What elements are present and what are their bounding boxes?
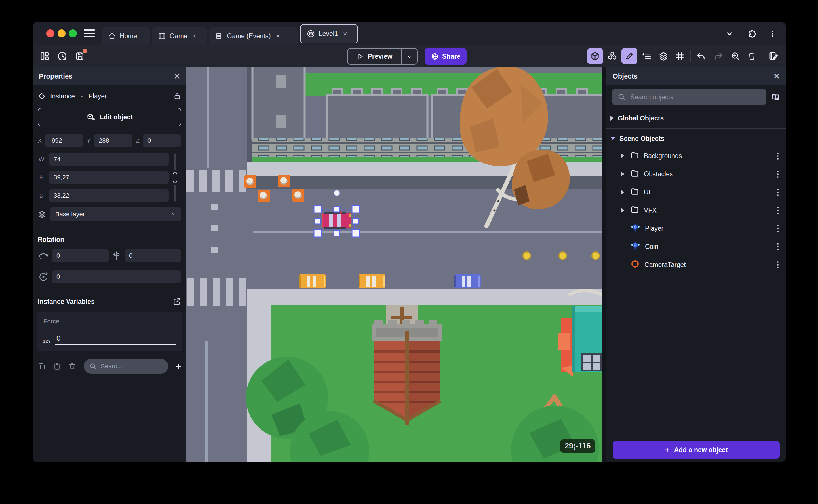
undo-icon[interactable] bbox=[693, 48, 709, 64]
grid-icon[interactable] bbox=[672, 48, 688, 64]
search-placeholder: Search objects bbox=[630, 93, 673, 101]
main-menu-icon[interactable] bbox=[84, 29, 95, 38]
global-objects-group[interactable]: Global Objects bbox=[606, 111, 786, 125]
layers-icon[interactable] bbox=[656, 48, 671, 64]
rotation-y-field[interactable]: 0 bbox=[124, 249, 181, 262]
rotation-handle[interactable] bbox=[334, 190, 339, 196]
editor-content: Properties ✕ Instance - Player 3D Edit o… bbox=[33, 67, 786, 462]
folder-icon bbox=[630, 187, 639, 198]
kebab-menu-icon[interactable] bbox=[775, 260, 780, 270]
preview-label: Preview bbox=[368, 53, 392, 60]
edit-object-button[interactable]: 3D Edit object bbox=[38, 108, 181, 126]
object-tree-item[interactable]: Backgrounds bbox=[606, 147, 786, 165]
preview-options-dropdown[interactable] bbox=[401, 49, 417, 64]
link-dimensions-icon[interactable] bbox=[171, 153, 179, 202]
scene-objects-group[interactable]: Scene Objects bbox=[606, 132, 786, 146]
extensions-icon[interactable] bbox=[747, 28, 758, 39]
close-properties-icon[interactable]: ✕ bbox=[174, 72, 180, 81]
group-label: Scene Objects bbox=[620, 135, 665, 143]
home-icon bbox=[108, 32, 116, 40]
paste-icon[interactable] bbox=[53, 362, 61, 370]
scene-cube-icon bbox=[307, 30, 315, 38]
variable-value-field[interactable]: 0 bbox=[55, 334, 176, 345]
width-field[interactable]: 74 bbox=[49, 153, 169, 166]
kebab-menu-icon[interactable] bbox=[775, 151, 780, 161]
height-field[interactable]: 39,27 bbox=[49, 171, 169, 184]
redo-icon[interactable] bbox=[711, 48, 727, 64]
tab-game-events[interactable]: Game (Events) × bbox=[209, 27, 298, 45]
object-tree-item[interactable]: UI bbox=[606, 183, 786, 201]
scene-editor-canvas[interactable]: 29;-116 bbox=[186, 67, 602, 462]
close-window-button[interactable] bbox=[46, 29, 54, 37]
x-field[interactable]: -992 bbox=[45, 134, 83, 147]
rotation-x-field[interactable]: 0 bbox=[52, 249, 109, 262]
folder-icon bbox=[630, 169, 639, 179]
layer-select[interactable]: Base layer bbox=[50, 207, 181, 221]
save-icon[interactable] bbox=[72, 48, 88, 64]
tab-close-icon[interactable]: × bbox=[343, 30, 347, 38]
preview-button[interactable]: Preview bbox=[348, 49, 401, 64]
yellow-car-instance[interactable] bbox=[299, 274, 326, 288]
tab-home[interactable]: Home bbox=[102, 27, 150, 45]
rotation-z-field[interactable]: 0 bbox=[52, 270, 181, 283]
selected-player-instance[interactable] bbox=[322, 211, 351, 229]
object-tree-item[interactable]: Coin bbox=[606, 238, 786, 256]
y-field[interactable]: 288 bbox=[94, 134, 132, 147]
tab-game[interactable]: Game × bbox=[152, 27, 207, 45]
share-button[interactable]: Share bbox=[425, 48, 467, 65]
z-field[interactable]: 0 bbox=[143, 134, 181, 147]
browser-menu-icon[interactable] bbox=[767, 28, 778, 39]
add-object-label: Add a new object bbox=[674, 446, 728, 454]
yellow-car-instance[interactable] bbox=[358, 274, 385, 288]
kebab-menu-icon[interactable] bbox=[775, 205, 780, 216]
layout-panels-icon[interactable] bbox=[37, 48, 52, 64]
view-3d-icon[interactable] bbox=[587, 48, 603, 64]
trash-icon[interactable] bbox=[68, 362, 76, 370]
maximize-window-button[interactable] bbox=[69, 29, 77, 37]
object-tree-item[interactable]: Player bbox=[606, 219, 786, 238]
kebab-menu-icon[interactable] bbox=[775, 187, 780, 198]
variables-search-input[interactable]: Searc... bbox=[84, 359, 168, 374]
open-in-new-icon[interactable] bbox=[173, 297, 181, 306]
zoom-in-icon[interactable] bbox=[728, 48, 743, 64]
variable-name[interactable]: Force bbox=[43, 317, 176, 329]
collapse-tabs-icon[interactable] bbox=[724, 28, 735, 39]
chevron-right-icon bbox=[610, 116, 614, 121]
objects-search-input[interactable]: Search objects bbox=[612, 89, 766, 105]
tower-obstacle[interactable] bbox=[371, 305, 443, 425]
kebab-menu-icon[interactable] bbox=[775, 223, 780, 234]
copy-icon[interactable] bbox=[38, 362, 46, 370]
preview-split-button: Preview bbox=[347, 48, 418, 65]
tab-close-icon[interactable]: × bbox=[276, 32, 280, 40]
depth-field[interactable]: 33,22 bbox=[49, 189, 169, 202]
expand-chevron-icon[interactable] bbox=[620, 171, 626, 177]
object-tree-item[interactable]: CameraTarget bbox=[606, 256, 786, 274]
number-type-badge: 123 bbox=[43, 339, 51, 345]
tab-level1[interactable]: Level1 × bbox=[300, 24, 358, 43]
tab-close-icon[interactable]: × bbox=[193, 32, 196, 40]
add-object-button[interactable]: + Add a new object bbox=[613, 441, 780, 459]
version-history-icon[interactable] bbox=[54, 48, 70, 64]
instances-list-icon[interactable] bbox=[639, 48, 655, 64]
edit-mode-pencil-icon[interactable] bbox=[622, 48, 637, 64]
expand-chevron-icon[interactable] bbox=[620, 190, 626, 195]
minimize-window-button[interactable] bbox=[58, 29, 65, 37]
kebab-menu-icon[interactable] bbox=[775, 169, 780, 179]
object-label: UI bbox=[644, 189, 771, 196]
object-tree-item[interactable]: Obstacles bbox=[606, 165, 786, 183]
expand-chevron-icon[interactable] bbox=[620, 208, 626, 213]
objects-blocks-icon[interactable] bbox=[605, 48, 620, 64]
delete-icon[interactable] bbox=[744, 48, 760, 64]
add-variable-icon[interactable]: + bbox=[175, 361, 181, 371]
instance-diamond-icon bbox=[38, 92, 46, 100]
object-tree-item[interactable]: VFX bbox=[606, 201, 786, 219]
add-folder-icon[interactable] bbox=[771, 92, 780, 102]
close-objects-icon[interactable]: ✕ bbox=[773, 72, 780, 81]
unlock-icon[interactable] bbox=[173, 92, 181, 100]
scene-properties-icon[interactable] bbox=[766, 48, 781, 64]
expand-chevron-icon[interactable] bbox=[620, 153, 626, 158]
instance-variables-title: Instance Variables bbox=[38, 298, 95, 306]
blue-car-instance[interactable] bbox=[454, 274, 481, 288]
svg-text:3D: 3D bbox=[92, 118, 95, 121]
kebab-menu-icon[interactable] bbox=[775, 242, 780, 252]
